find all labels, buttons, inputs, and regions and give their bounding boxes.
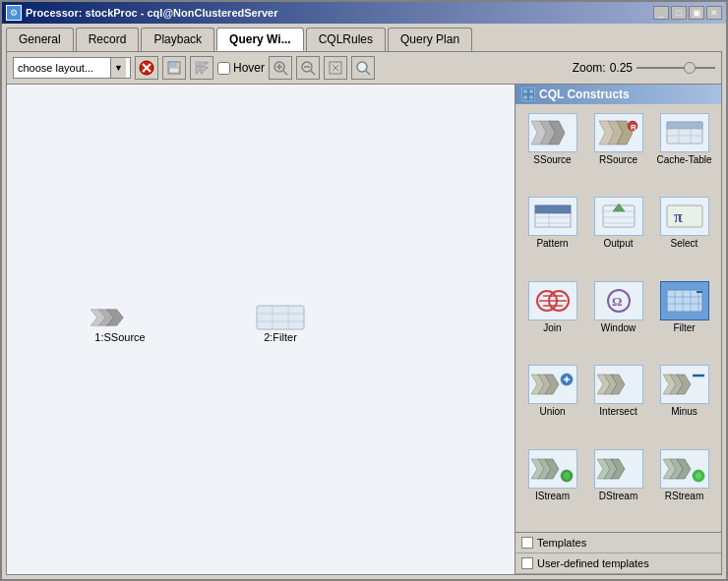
main-window: ⚙ Processor: stockProc - cql@NonClustere… (0, 0, 728, 581)
tab-record[interactable]: Record (76, 28, 140, 51)
filter-node-icon (251, 306, 310, 329)
user-defined-item[interactable]: User-defined templates (516, 553, 721, 574)
svg-rect-53 (535, 205, 571, 213)
delete-button[interactable] (135, 56, 158, 80)
union-label: Union (539, 406, 565, 417)
tab-bar: General Record Playback Query Wi... CQLR… (2, 24, 726, 51)
svg-rect-7 (201, 62, 205, 66)
panel-footer: Templates User-defined templates (516, 532, 721, 574)
fit-button[interactable] (324, 56, 347, 80)
filter-node[interactable]: 2:Filter (251, 306, 310, 343)
restore-button[interactable]: ▣ (689, 6, 704, 20)
svg-line-17 (283, 71, 287, 75)
tab-querywindow[interactable]: Query Wi... (216, 28, 304, 51)
ssource-icon-box (528, 113, 577, 152)
construct-output[interactable]: Output (587, 194, 649, 273)
svg-line-25 (366, 71, 370, 75)
cache-table-label: Cache-Table (656, 154, 711, 165)
tab-queryplan[interactable]: Query Plan (388, 28, 472, 51)
zoom-area: Zoom: 0.25 (573, 60, 715, 76)
tab-general[interactable]: General (6, 28, 74, 51)
svg-rect-5 (169, 68, 179, 73)
svg-line-20 (311, 71, 315, 75)
rstream-icon-box (660, 449, 709, 489)
svg-rect-6 (196, 62, 200, 66)
grid-button[interactable] (190, 56, 213, 80)
tab-playback[interactable]: Playback (141, 28, 214, 51)
construct-istream[interactable]: IStream (521, 446, 583, 526)
intersect-label: Intersect (599, 406, 637, 417)
window-label: Window (601, 322, 637, 333)
construct-ssource[interactable]: SSource (521, 110, 583, 190)
construct-dstream[interactable]: DStream (587, 446, 649, 526)
rsource-icon-box: R (594, 113, 643, 152)
select-label: Select (671, 238, 698, 249)
app-icon: ⚙ (6, 5, 22, 21)
cache-table-icon-box (660, 113, 709, 152)
user-defined-checkbox (521, 557, 533, 569)
svg-rect-36 (529, 89, 533, 93)
ssource-node-icon (91, 306, 150, 329)
hover-checkbox-group: Hover (217, 61, 265, 75)
save-button[interactable] (162, 56, 186, 80)
layout-dropdown-arrow[interactable]: ▼ (110, 58, 126, 78)
close-button[interactable]: ✕ (706, 6, 722, 20)
svg-text:Ω: Ω (612, 294, 622, 309)
search-button[interactable] (351, 56, 375, 80)
templates-item[interactable]: Templates (516, 533, 721, 553)
minus-label: Minus (671, 406, 698, 417)
construct-intersect[interactable]: Intersect (587, 362, 649, 441)
svg-rect-29 (257, 306, 304, 329)
hover-checkbox[interactable] (217, 62, 230, 75)
zoom-label: Zoom: (573, 61, 606, 75)
svg-rect-13 (201, 72, 203, 74)
svg-rect-37 (523, 95, 527, 99)
main-split: 1:SSource 2:Filter (7, 85, 721, 574)
output-icon-box (594, 197, 643, 236)
construct-filter[interactable]: Filter (653, 278, 715, 358)
construct-window[interactable]: Ω Window (587, 278, 649, 358)
minus-icon-box (660, 365, 709, 404)
construct-rsource[interactable]: R RSource (587, 110, 649, 190)
construct-select[interactable]: π Select (653, 194, 715, 273)
pattern-label: Pattern (536, 238, 568, 249)
join-label: Join (543, 322, 561, 333)
zoom-in-button[interactable] (269, 56, 292, 80)
zoom-slider[interactable] (637, 60, 715, 76)
ssource-node[interactable]: 1:SSource (91, 306, 150, 343)
minimize-button[interactable]: _ (653, 6, 669, 20)
svg-rect-38 (529, 95, 533, 99)
svg-rect-12 (196, 72, 198, 74)
construct-join[interactable]: Join (521, 278, 583, 358)
pattern-icon-box (528, 197, 577, 236)
construct-cache-table[interactable]: Cache-Table (653, 110, 715, 190)
zoom-thumb[interactable] (684, 62, 696, 74)
panel-title: CQL Constructs (539, 87, 630, 101)
zoom-out-button[interactable] (296, 56, 320, 80)
rsource-label: RSource (599, 154, 637, 165)
layout-dropdown[interactable]: choose layout... ▼ (13, 57, 131, 79)
join-icon-box (528, 281, 577, 320)
dstream-icon-box (594, 449, 643, 489)
svg-rect-9 (201, 67, 205, 71)
canvas-area[interactable]: 1:SSource 2:Filter (7, 85, 515, 574)
intersect-icon-box (594, 365, 643, 404)
dstream-label: DStream (599, 491, 637, 501)
construct-union[interactable]: Union (521, 362, 583, 441)
constructs-grid: SSource R RSour (516, 104, 721, 532)
svg-rect-11 (206, 67, 208, 69)
maximize-button[interactable]: □ (671, 6, 687, 20)
tab-cqlrules[interactable]: CQLRules (306, 28, 386, 51)
ssource-node-label: 1:SSource (94, 331, 145, 343)
window-title: Processor: stockProc - cql@NonClusteredS… (26, 7, 649, 19)
window-icon-box: Ω (594, 281, 643, 320)
svg-rect-71 (667, 290, 702, 312)
templates-label: Templates (537, 537, 586, 549)
title-bar: ⚙ Processor: stockProc - cql@NonClustere… (2, 2, 726, 24)
svg-rect-48 (667, 122, 702, 129)
construct-pattern[interactable]: Pattern (521, 194, 583, 273)
content-area: choose layout... ▼ (6, 51, 722, 575)
istream-label: IStream (535, 491, 570, 501)
construct-rstream[interactable]: RStream (653, 446, 715, 526)
construct-minus[interactable]: Minus (653, 362, 715, 441)
